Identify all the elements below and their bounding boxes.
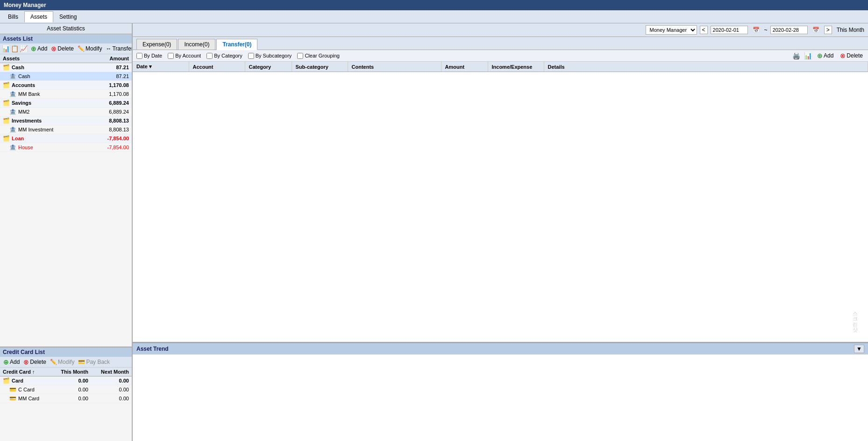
watermark: 스크린샷 bbox=[852, 308, 859, 329]
right-panel: Money Manager < 📅 ~ 📅 > This Month Expen… bbox=[133, 23, 868, 441]
col-contents: Contents bbox=[348, 62, 441, 72]
data-toolbar: 🖨️ 📊 ⊕ Add ⊗ Delete bbox=[792, 51, 864, 60]
asset-table-row[interactable]: 🏦House-7,854.00 bbox=[0, 143, 132, 152]
asset-table: Assets Amount 🗂️Cash87.21🏦Cash87.21🗂️Acc… bbox=[0, 54, 132, 152]
asset-table-container: Assets Amount 🗂️Cash87.21🏦Cash87.21🗂️Acc… bbox=[0, 54, 132, 347]
add-icon: ⊕ bbox=[31, 45, 36, 52]
tab-bills[interactable]: Bills bbox=[2, 11, 24, 22]
tab-setting[interactable]: Setting bbox=[53, 11, 83, 22]
asset-transfer-button[interactable]: ↔️ Transfer bbox=[104, 45, 132, 52]
option-by-category[interactable]: By Category bbox=[206, 53, 242, 59]
asset-table-row[interactable]: 🏦MM26,889.24 bbox=[0, 108, 132, 116]
option-by-subcategory[interactable]: By Subcategory bbox=[248, 53, 292, 59]
cc-table: Credit Card ↑ This Month Next Month 🗂️Ca… bbox=[0, 368, 132, 403]
trend-collapse-button[interactable]: ▼ bbox=[854, 345, 864, 353]
date-separator: ~ bbox=[764, 27, 768, 33]
asset-col-name: Assets bbox=[0, 54, 89, 63]
cc-col-this-month: This Month bbox=[51, 368, 91, 376]
asset-amount-cell: 8,808.13 bbox=[89, 116, 132, 125]
asset-modify-button[interactable]: ✏️ Modify bbox=[76, 45, 103, 52]
cc-name-cell: 🗂️Card bbox=[0, 376, 51, 385]
by-account-checkbox[interactable] bbox=[168, 53, 174, 59]
cc-table-row[interactable]: 🗂️Card0.000.00 bbox=[0, 376, 132, 385]
account-selector[interactable]: Money Manager bbox=[646, 25, 697, 35]
cc-table-row[interactable]: 💳C Card0.000.00 bbox=[0, 385, 132, 394]
date-nav-icon: 📅 bbox=[751, 26, 761, 34]
col-account: Account bbox=[189, 62, 245, 72]
asset-table-row[interactable]: 🗂️Accounts1,170.08 bbox=[0, 81, 132, 90]
asset-amount-cell: 8,808.13 bbox=[89, 125, 132, 134]
option-by-account[interactable]: By Account bbox=[168, 53, 201, 59]
menu-bar: Bills Assets Setting bbox=[0, 10, 868, 23]
asset-name-cell: 🏦MM Bank bbox=[0, 90, 89, 99]
cc-delete-button[interactable]: ⊗ Delete bbox=[22, 358, 48, 366]
asset-name-cell: 🗂️Cash bbox=[0, 63, 89, 72]
tab-transfer[interactable]: Transfer(0) bbox=[216, 39, 257, 50]
asset-table-row[interactable]: 🗂️Savings6,889.24 bbox=[0, 99, 132, 108]
cc-add-button[interactable]: ⊕ Add bbox=[2, 358, 21, 366]
next-date-button[interactable]: > bbox=[824, 26, 832, 34]
asset-table-row[interactable]: 🏦MM Bank1,170.08 bbox=[0, 90, 132, 99]
title-label: Money Manager bbox=[4, 2, 46, 8]
filter-tabs-row: Expense(0) Income(0) Transfer(0) bbox=[133, 37, 868, 50]
date-to-input[interactable] bbox=[770, 26, 808, 34]
asset-table-row[interactable]: 🗂️Loan-7,854.00 bbox=[0, 134, 132, 143]
col-amount: Amount bbox=[441, 62, 488, 72]
asset-table-row[interactable]: 🏦Cash87.21 bbox=[0, 72, 132, 81]
asset-name-cell: 🗂️Accounts bbox=[0, 81, 89, 90]
asset-icon-2: 📋 bbox=[11, 45, 19, 52]
asset-icon-1: 📊 bbox=[2, 45, 10, 52]
asset-icon-3: 📈 bbox=[20, 45, 28, 52]
col-date: Date ▾ bbox=[133, 62, 189, 72]
asset-amount-cell: 87.21 bbox=[89, 63, 132, 72]
cc-delete-icon: ⊗ bbox=[23, 358, 29, 366]
cc-next-month-cell: 0.00 bbox=[91, 376, 132, 385]
asset-delete-button[interactable]: ⊗ Delete bbox=[50, 44, 75, 53]
tab-income[interactable]: Income(0) bbox=[178, 39, 215, 50]
date-to-icon: 📅 bbox=[811, 26, 821, 34]
asset-amount-cell: 1,170.08 bbox=[89, 90, 132, 99]
main-layout: Asset Statistics Assets List 📊 📋 📈 ⊕ Add… bbox=[0, 23, 868, 441]
excel-icon[interactable]: 📊 bbox=[804, 52, 812, 59]
clear-grouping-checkbox[interactable] bbox=[297, 53, 303, 59]
asset-name-cell: 🏦MM Investment bbox=[0, 125, 89, 134]
option-by-date[interactable]: By Date bbox=[136, 53, 162, 59]
asset-name-cell: 🏦MM2 bbox=[0, 108, 89, 116]
by-subcategory-checkbox[interactable] bbox=[248, 53, 254, 59]
cc-table-row[interactable]: 💳MM Card0.000.00 bbox=[0, 394, 132, 403]
data-delete-button[interactable]: ⊗ Delete bbox=[839, 51, 864, 60]
data-area: Date ▾ Account Category Sub-category Con… bbox=[133, 62, 868, 343]
cc-name-cell: 💳C Card bbox=[0, 385, 51, 394]
asset-table-row[interactable]: 🗂️Investments8,808.13 bbox=[0, 116, 132, 125]
asset-amount-cell: 87.21 bbox=[89, 72, 132, 81]
data-add-button[interactable]: ⊕ Add bbox=[816, 51, 835, 60]
asset-add-button[interactable]: ⊕ Add bbox=[29, 44, 49, 53]
modify-icon: ✏️ bbox=[78, 45, 85, 52]
date-from-input[interactable] bbox=[711, 26, 748, 34]
cc-next-month-cell: 0.00 bbox=[91, 394, 132, 403]
asset-table-row[interactable]: 🗂️Cash87.21 bbox=[0, 63, 132, 72]
transfer-icon: ↔️ bbox=[106, 45, 111, 52]
asset-table-row[interactable]: 🏦MM Investment8,808.13 bbox=[0, 125, 132, 134]
trend-title: Asset Trend bbox=[136, 346, 169, 352]
delete-icon: ⊗ bbox=[51, 45, 57, 52]
trend-chart bbox=[133, 354, 868, 441]
cc-next-month-cell: 0.00 bbox=[91, 385, 132, 394]
chart-canvas bbox=[151, 358, 864, 434]
asset-amount-cell: 6,889.24 bbox=[89, 108, 132, 116]
cc-modify-button[interactable]: ✏️ Modify bbox=[49, 358, 76, 366]
tab-assets[interactable]: Assets bbox=[24, 11, 53, 22]
print-icon[interactable]: 🖨️ bbox=[792, 52, 800, 59]
asset-name-cell: 🗂️Savings bbox=[0, 99, 89, 108]
prev-date-button[interactable]: < bbox=[700, 26, 708, 34]
cc-name-cell: 💳MM Card bbox=[0, 394, 51, 403]
by-category-checkbox[interactable] bbox=[206, 53, 213, 59]
by-date-checkbox[interactable] bbox=[136, 53, 142, 59]
data-add-icon: ⊕ bbox=[817, 52, 823, 59]
asset-amount-cell: -7,854.00 bbox=[89, 134, 132, 143]
assets-list-title: Assets List bbox=[0, 34, 132, 43]
cc-payback-icon: 💳 bbox=[78, 359, 85, 365]
option-clear-grouping[interactable]: Clear Grouping bbox=[297, 53, 340, 59]
cc-payback-button[interactable]: 💳 Pay Back bbox=[77, 358, 111, 366]
tab-expense[interactable]: Expense(0) bbox=[136, 39, 177, 50]
